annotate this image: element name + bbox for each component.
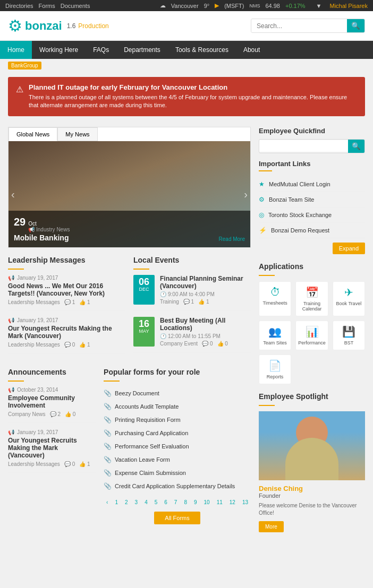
quickfind-input[interactable]	[259, 140, 348, 152]
imp-link-1[interactable]: ⚙Bonzai Team Site	[259, 192, 365, 207]
util-link-directories[interactable]: Directories	[5, 3, 33, 9]
util-link-forms[interactable]: Forms	[39, 3, 55, 9]
page-13[interactable]: 13	[240, 498, 251, 506]
nav-departments[interactable]: Departments	[116, 41, 168, 59]
quickfind-title: Employee Quickfind	[259, 127, 365, 135]
nav-home[interactable]: Home	[0, 41, 32, 59]
expand-button[interactable]: Expand	[333, 243, 365, 254]
app-item-1[interactable]: 📅Training Calendar	[295, 281, 328, 316]
spotlight-underline	[259, 405, 275, 406]
stock-symbol: (MSFT)	[224, 3, 244, 9]
leadership-cat-1: Leadership Messages 💬 1 👍 1	[8, 299, 125, 305]
news-label-text: 📢 Industry News	[28, 227, 70, 232]
page-10[interactable]: 10	[201, 498, 213, 506]
more-button[interactable]: More	[259, 521, 284, 532]
search-input[interactable]	[251, 20, 347, 32]
bank-tag[interactable]: BankGroup	[8, 62, 41, 70]
username[interactable]: Michal Pisarek	[329, 3, 368, 9]
page-6[interactable]: 6	[162, 498, 170, 506]
form-label-7: Credit Card Application Supplementary De…	[115, 483, 235, 489]
header-search: 🔍	[251, 19, 365, 33]
leadership-title-2[interactable]: Our Youngest Recruits Making the Mark (V…	[8, 325, 125, 340]
page-4[interactable]: 4	[142, 498, 150, 506]
tab-global-news[interactable]: Global News	[9, 127, 57, 141]
weather-arrow: ▶	[215, 2, 219, 9]
news-tabs: Global News My News	[9, 127, 250, 141]
spotlight-section: Employee Spotlight Denise Ching Founder …	[259, 392, 365, 532]
imp-link-2[interactable]: ◎Toronto Stock Exchange	[259, 207, 365, 223]
page-11[interactable]: 11	[214, 498, 225, 506]
weather-city: Vancouver	[171, 3, 199, 9]
event-title-1[interactable]: Financial Planning Seminar (Vancouver)	[160, 275, 251, 290]
leadership-item-1: 📢 January 19, 2017 Good News ... We Met …	[8, 275, 125, 311]
events-section: Local Events 06 Dec Financial Planning S…	[133, 256, 251, 360]
nav-working-here[interactable]: Working Here	[32, 41, 86, 59]
leadership-item-2: 📢 January 19, 2017 Our Youngest Recruits…	[8, 317, 125, 353]
forms-title: Popular forms for your role	[104, 368, 251, 376]
quickfind-box: 🔍	[259, 139, 365, 153]
important-links-list: ★MedMutual Client Login⚙Bonzai Team Site…	[259, 177, 365, 238]
news-prev-arrow[interactable]: ‹	[11, 188, 15, 200]
imp-link-0[interactable]: ★MedMutual Client Login	[259, 177, 365, 192]
news-next-arrow[interactable]: ›	[244, 188, 248, 200]
app-item-0[interactable]: ⏱Timesheets	[259, 281, 291, 316]
util-link-documents[interactable]: Documents	[61, 3, 90, 9]
form-item-7[interactable]: 📎Credit Card Application Supplementary D…	[104, 480, 251, 493]
announce-title-1[interactable]: Employee Community Involvement	[8, 394, 96, 409]
form-item-0[interactable]: 📎Beezy Document	[104, 387, 251, 400]
quickfind-button[interactable]: 🔍	[348, 140, 364, 153]
form-label-3: Purchasing Card Application	[115, 430, 188, 436]
page-7[interactable]: 7	[172, 498, 180, 506]
search-button[interactable]: 🔍	[347, 19, 364, 32]
announce-title-2[interactable]: Our Youngest Recruits Making the Mark (V…	[8, 437, 96, 459]
spotlight-text: Please welcome Denise to the Vancouver O…	[259, 502, 365, 517]
app-item-5[interactable]: 💾BST	[333, 321, 365, 350]
imp-link-icon-2: ◎	[259, 211, 264, 219]
imp-link-label-2: Toronto Stock Exchange	[268, 212, 332, 218]
form-item-5[interactable]: 📎Vacation Leave Form	[104, 453, 251, 466]
prev-page[interactable]: ‹	[104, 498, 111, 506]
imp-link-3[interactable]: ⚡Bonzai Demo Request	[259, 223, 365, 238]
events-title: Local Events	[133, 256, 251, 264]
event-title-2[interactable]: Best Buy Meeting (All Locations)	[160, 317, 251, 332]
logo-text: bonzai	[25, 19, 62, 33]
imp-link-label-3: Bonzai Demo Request	[271, 227, 329, 234]
nav-tools-resources[interactable]: Tools & Resources	[168, 41, 236, 59]
form-item-6[interactable]: 📎Expense Claim Submission	[104, 466, 251, 480]
left-column: Global News My News ‹ 29 Oct 📢	[8, 127, 251, 532]
events-underline	[133, 269, 149, 270]
form-item-1[interactable]: 📎Accounts Audit Template	[104, 400, 251, 413]
announce-date-1: 📢 October 23, 2014	[8, 387, 96, 393]
tab-my-news[interactable]: My News	[57, 127, 97, 141]
page-3[interactable]: 3	[132, 498, 141, 506]
news-read-more[interactable]: Read More	[219, 236, 245, 242]
logo[interactable]: ⚙ bonzai 1.6 Production	[8, 16, 109, 35]
announcements-section: Announcements 📢 October 23, 2014 Employe…	[8, 368, 96, 524]
page-5[interactable]: 5	[152, 498, 160, 506]
leadership-cat-2: Leadership Messages 💬 0 👍 1	[8, 342, 125, 348]
app-item-2[interactable]: ✈Book Travel	[333, 281, 365, 316]
app-label-1: Training Calendar	[298, 301, 326, 312]
page-12[interactable]: 12	[227, 498, 238, 506]
form-label-0: Beezy Document	[115, 390, 159, 396]
form-item-4[interactable]: 📎Performance Self Evaluation	[104, 440, 251, 453]
page-8[interactable]: 8	[181, 498, 190, 506]
app-item-3[interactable]: 👥Team Sites	[259, 321, 291, 350]
form-item-2[interactable]: 📎Printing Requisition Form	[104, 413, 251, 427]
filter-icon[interactable]: ▼	[316, 3, 322, 9]
page-2[interactable]: 2	[122, 498, 131, 506]
announce-cat-1: Company News 💬 2 👍 0	[8, 411, 96, 417]
app-label-5: BST	[344, 340, 354, 345]
important-links-underline	[259, 170, 272, 171]
form-item-3[interactable]: 📎Purchasing Card Application	[104, 427, 251, 440]
spotlight-image	[259, 411, 365, 480]
nav-faqs[interactable]: FAQs	[86, 41, 116, 59]
leadership-title-1[interactable]: Good News ... We Met Our 2016 Targets!! …	[8, 282, 125, 297]
nav-about[interactable]: About	[236, 41, 267, 59]
all-forms-button[interactable]: All Forms	[154, 512, 200, 524]
spotlight-name[interactable]: Denise Ching	[259, 485, 365, 492]
app-item-4[interactable]: 📊Performance	[295, 321, 328, 350]
page-9[interactable]: 9	[191, 498, 200, 506]
page-1[interactable]: 1	[112, 498, 121, 506]
app-item-6[interactable]: 📄Reports	[259, 354, 291, 384]
